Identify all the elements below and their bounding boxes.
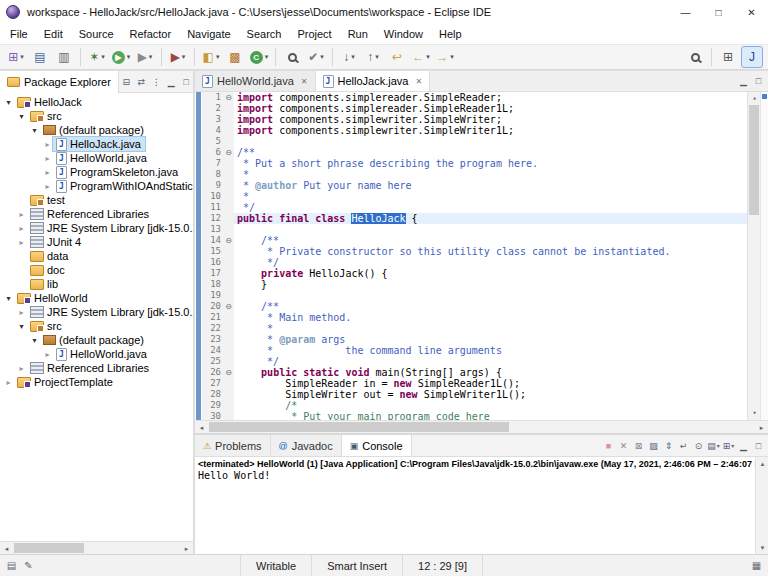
menu-help[interactable]: Help	[431, 26, 470, 42]
toolbar-previous-annotation-button[interactable]: ↑▾	[362, 46, 384, 68]
toolbar-open-task-button[interactable]: ✔▾	[305, 46, 327, 68]
scrollbar-thumb[interactable]	[749, 105, 759, 215]
tree-item-referenced-libraries[interactable]: ▸Referenced Libraries	[0, 207, 193, 221]
tree-item-lib[interactable]: lib	[0, 277, 193, 291]
menu-navigate[interactable]: Navigate	[179, 26, 238, 42]
console-word-wrap-button[interactable]: ↵	[677, 438, 690, 454]
console-display-selected-console-button[interactable]: ▤▾	[707, 438, 720, 454]
toolbar-new-class-button[interactable]: C▾	[248, 46, 270, 68]
menu-source[interactable]: Source	[71, 26, 122, 42]
tab-problems[interactable]: ⚠Problems	[195, 435, 271, 456]
explorer-maximize-view-button[interactable]: □	[180, 74, 193, 90]
tab-console[interactable]: ▣Console	[342, 435, 412, 456]
menu-edit[interactable]: Edit	[36, 26, 71, 42]
scroll-down-icon[interactable]	[756, 541, 768, 554]
console-minimize-view-button[interactable]: ▁	[737, 438, 750, 454]
tree-item-default-package[interactable]: ▾(default package)	[0, 333, 193, 347]
expand-arrow-icon[interactable]: ▸	[42, 182, 53, 191]
menu-refactor[interactable]: Refactor	[122, 26, 180, 42]
explorer-hscrollbar[interactable]	[0, 541, 193, 554]
toolbar-open-perspective-button[interactable]: ⊞	[717, 46, 739, 68]
code-line-16[interactable]: 16 */	[202, 257, 747, 268]
scroll-right-icon[interactable]	[755, 421, 768, 434]
code-line-12[interactable]: 12public final class HelloJack {	[202, 213, 747, 224]
code-line-1[interactable]: 1⊖import components.simplereader.SimpleR…	[202, 92, 747, 103]
dropdown-arrow-icon[interactable]: ▾	[216, 53, 220, 61]
code-line-6[interactable]: 6⊖/**	[202, 147, 747, 158]
menu-window[interactable]: Window	[376, 26, 431, 42]
dropdown-arrow-icon[interactable]: ▾	[182, 53, 186, 61]
code-line-11[interactable]: 11 */	[202, 202, 747, 213]
explorer-collapse-all-button[interactable]: ⊟	[120, 74, 133, 90]
tree-item-src[interactable]: ▾src	[0, 319, 193, 333]
tree-item-referenced-libraries[interactable]: ▸Referenced Libraries	[0, 361, 193, 375]
scroll-left-icon[interactable]	[0, 542, 13, 555]
tree-item-jre-system-library-jdk-15-0-2[interactable]: ▸JRE System Library [jdk-15.0.2]	[0, 305, 193, 319]
tree-item-helloworld-java[interactable]: ▸JHelloWorld.java	[0, 347, 193, 361]
code-line-19[interactable]: 19	[202, 290, 747, 301]
expand-arrow-icon[interactable]: ▸	[16, 210, 27, 219]
explorer-view-menu-button[interactable]: ⋮	[150, 74, 163, 90]
editor-hscrollbar[interactable]	[195, 420, 768, 433]
code-line-22[interactable]: 22 *	[202, 323, 747, 334]
explorer-link-with-editor-button[interactable]: ⇄	[135, 74, 148, 90]
editor-tab-hellojack-java[interactable]: JHelloJack.java✕	[316, 71, 431, 91]
toolbar-debug-button[interactable]: ✶▾	[86, 46, 108, 68]
tree-item-data[interactable]: data	[0, 249, 193, 263]
toolbar-run-button[interactable]: ▶▾	[110, 46, 132, 68]
tree-item-programskeleton-java[interactable]: ▸JProgramSkeleton.java	[0, 165, 193, 179]
fold-collapse-icon[interactable]: ⊖	[223, 92, 234, 103]
code-line-7[interactable]: 7 * Put a short phrase describing the pr…	[202, 158, 747, 169]
editor-maximize-view-button[interactable]: □	[752, 73, 765, 89]
explorer-minimize-view-button[interactable]: ▁	[165, 74, 178, 90]
code-line-30[interactable]: 30 * Put your main program code here	[202, 411, 747, 420]
tree-item-junit-4[interactable]: ▸JUnit 4	[0, 235, 193, 249]
code-line-3[interactable]: 3import components.simplewriter.SimpleWr…	[202, 114, 747, 125]
fold-collapse-icon[interactable]: ⊖	[223, 147, 234, 158]
toolbar-coverage-button[interactable]: ▶▾	[167, 46, 189, 68]
collapse-arrow-icon[interactable]: ▾	[16, 112, 27, 121]
code-line-26[interactable]: 26⊖ public static void main(String[] arg…	[202, 367, 747, 378]
code-lines[interactable]: 1⊖import components.simplereader.SimpleR…	[202, 92, 747, 420]
code-line-13[interactable]: 13	[202, 224, 747, 235]
progress-monitor-icon[interactable]: ▦	[748, 560, 765, 571]
toolbar-new-java-project-button[interactable]: ◧▾	[200, 46, 222, 68]
code-line-14[interactable]: 14⊖ /**	[202, 235, 747, 246]
toolbar-forward-button[interactable]: →▾	[434, 46, 456, 68]
expand-arrow-icon[interactable]: ▸	[42, 154, 53, 163]
toolbar-new-package-button[interactable]: ▩	[224, 46, 246, 68]
console-maximize-view-button[interactable]: □	[752, 438, 765, 454]
close-tab-icon[interactable]: ✕	[415, 77, 422, 86]
quick-notes-icon[interactable]: ✎	[20, 560, 37, 571]
code-line-20[interactable]: 20⊖ /**	[202, 301, 747, 312]
toolbar-print-button[interactable]: ▥	[53, 46, 75, 68]
tab-javadoc[interactable]: @Javadoc	[271, 435, 342, 456]
tree-item-test[interactable]: test	[0, 193, 193, 207]
tree-item-default-package[interactable]: ▾(default package)	[0, 123, 193, 137]
code-line-24[interactable]: 24 * the command line arguments	[202, 345, 747, 356]
editor-minimize-view-button[interactable]: ▁	[737, 73, 750, 89]
editor-trim-icon[interactable]: ▤	[3, 560, 20, 571]
console-clear-console-button[interactable]: ▨	[647, 438, 660, 454]
close-button[interactable]: ✕	[735, 0, 768, 24]
dropdown-arrow-icon[interactable]: ▾	[426, 53, 430, 61]
toolbar-back-button[interactable]: ←▾	[410, 46, 432, 68]
scroll-right-icon[interactable]	[180, 542, 193, 555]
code-line-17[interactable]: 17 private HelloJack() {	[202, 268, 747, 279]
scrollbar-thumb[interactable]	[14, 543, 84, 553]
code-line-29[interactable]: 29 /*	[202, 400, 747, 411]
dropdown-arrow-icon[interactable]: ▾	[320, 53, 324, 61]
console-terminate-button[interactable]: ■	[602, 438, 615, 454]
menu-search[interactable]: Search	[239, 26, 290, 42]
console-body[interactable]: <terminated> HelloWorld (1) [Java Applic…	[195, 457, 768, 554]
toolbar-last-edit-location-button[interactable]: ↩	[386, 46, 408, 68]
code-line-9[interactable]: 9 * @author Put your name here	[202, 180, 747, 191]
fold-collapse-icon[interactable]: ⊖	[223, 367, 234, 378]
tree-item-programwithioandstaticmetho[interactable]: ▸JProgramWithIOAndStaticMetho	[0, 179, 193, 193]
tree-item-projecttemplate[interactable]: ▸ProjectTemplate	[0, 375, 193, 389]
tree-item-src[interactable]: ▾src	[0, 109, 193, 123]
console-open-console-button[interactable]: ⊞▾	[722, 438, 735, 454]
expand-arrow-icon[interactable]: ▸	[16, 238, 27, 247]
tree-item-jre-system-library-jdk-15-0-2[interactable]: ▸JRE System Library [jdk-15.0.2]	[0, 221, 193, 235]
code-line-5[interactable]: 5	[202, 136, 747, 147]
